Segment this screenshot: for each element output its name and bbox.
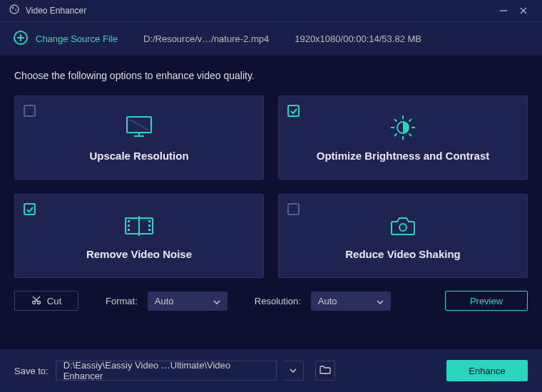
open-folder-button[interactable]	[315, 361, 335, 381]
checkbox-noise[interactable]	[24, 203, 36, 215]
card-label: Upscale Resolution	[89, 150, 188, 162]
instruction-text: Choose the following options to enhance …	[14, 70, 528, 81]
card-label: Remove Video Noise	[86, 248, 192, 260]
save-path-field[interactable]: D:\Eassiy\Eassiy Video …Ultimate\Video E…	[56, 361, 277, 381]
svg-line-18	[394, 119, 397, 122]
svg-point-32	[37, 301, 40, 304]
change-source-label: Change Source File	[36, 33, 118, 44]
card-reduce-shaking[interactable]: Reduce Video Shaking	[278, 194, 528, 278]
chevron-down-icon	[213, 296, 220, 306]
save-path-dropdown[interactable]	[284, 361, 304, 381]
card-remove-noise[interactable]: Remove Video Noise	[14, 194, 264, 278]
footer: Save to: D:\Eassiy\Eassiy Video …Ultimat…	[0, 349, 542, 392]
source-meta: 1920x1080/00:00:14/53.82 MB	[295, 33, 421, 44]
card-upscale-resolution[interactable]: Upscale Resolution	[14, 96, 264, 180]
svg-rect-27	[148, 220, 150, 222]
svg-line-10	[130, 120, 148, 130]
svg-rect-28	[148, 225, 150, 227]
app-icon	[9, 4, 20, 18]
format-label: Format:	[106, 296, 138, 306]
svg-point-30	[399, 224, 406, 231]
card-label: Reduce Video Shaking	[345, 248, 460, 260]
svg-line-20	[409, 119, 412, 122]
sun-icon	[389, 114, 417, 141]
scissors-icon	[31, 295, 41, 307]
svg-point-1	[12, 7, 14, 9]
resolution-select[interactable]: Auto	[311, 292, 391, 311]
svg-point-2	[15, 9, 16, 11]
svg-rect-24	[128, 220, 130, 222]
checkbox-upscale[interactable]	[24, 105, 36, 117]
card-label: Optimize Brightness and Contrast	[317, 150, 490, 162]
folder-icon	[319, 365, 331, 377]
main: Choose the following options to enhance …	[0, 56, 542, 325]
titlebar: Video Enhancer	[0, 0, 542, 21]
svg-rect-25	[128, 225, 130, 227]
enhance-button[interactable]: Enhance	[446, 360, 528, 381]
camera-icon	[389, 212, 417, 239]
titlebar-left: Video Enhancer	[9, 4, 86, 18]
svg-rect-9	[127, 117, 151, 133]
svg-point-31	[32, 301, 35, 304]
svg-line-19	[409, 133, 412, 136]
filmstrip-icon	[123, 212, 155, 239]
format-value: Auto	[155, 296, 174, 306]
source-path: D:/Resource/v…/nature-2.mp4	[143, 33, 269, 44]
change-source-button[interactable]: Change Source File	[13, 30, 118, 48]
card-brightness-contrast[interactable]: Optimize Brightness and Contrast	[278, 96, 528, 180]
resolution-label: Resolution:	[255, 296, 301, 306]
svg-point-0	[10, 5, 19, 14]
preview-button[interactable]: Preview	[445, 291, 528, 311]
option-cards: Upscale Resolution Optimize Brightness a…	[14, 96, 528, 278]
svg-rect-26	[128, 229, 130, 231]
checkbox-shaking[interactable]	[287, 203, 300, 215]
svg-line-21	[394, 133, 397, 136]
format-select[interactable]: Auto	[148, 292, 227, 311]
resolution-value: Auto	[318, 296, 337, 306]
close-button[interactable]	[513, 1, 533, 21]
toolbar: Change Source File D:/Resource/v…/nature…	[0, 21, 542, 56]
monitor-icon	[124, 114, 154, 141]
cut-label: Cut	[47, 296, 62, 306]
svg-rect-29	[148, 229, 150, 231]
plus-circle-icon	[13, 30, 29, 48]
cut-button[interactable]: Cut	[14, 291, 78, 311]
chevron-down-icon	[377, 296, 384, 306]
checkbox-brightness[interactable]	[287, 105, 300, 117]
controls-row: Cut Format: Auto Resolution: Auto Previe…	[14, 291, 528, 311]
save-to-label: Save to:	[14, 366, 48, 376]
titlebar-title: Video Enhancer	[26, 6, 86, 16]
minimize-button[interactable]	[494, 1, 513, 21]
